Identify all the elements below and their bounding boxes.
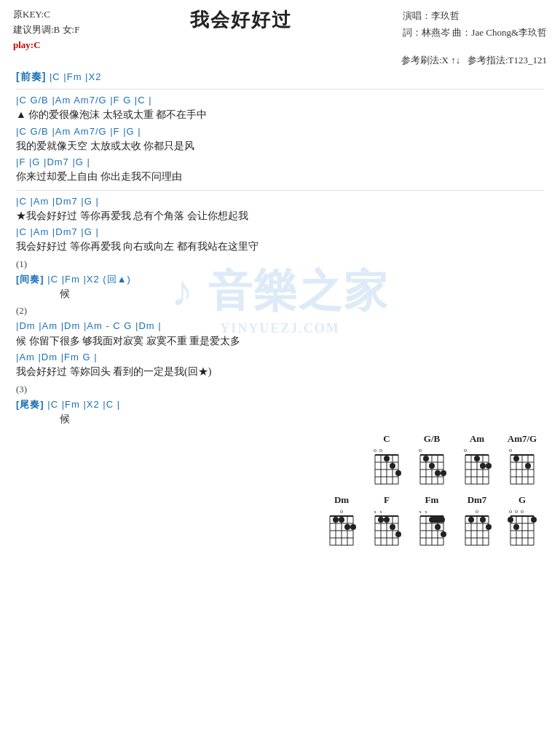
main-content: [前奏] |C |Fm |X2 |C G/B |Am Am7/G |F G |C… xyxy=(13,70,547,427)
outro-chord-text: |C |Fm |X2 |C | xyxy=(47,399,120,410)
svg-text:o: o xyxy=(340,508,343,515)
intro-label: [前奏] xyxy=(16,71,46,82)
svg-point-14 xyxy=(395,470,401,476)
verse2-line2-chords: |Am |Dm |Fm G | xyxy=(16,351,544,364)
svg-point-85 xyxy=(390,524,395,530)
header-center: 我会好好过 xyxy=(79,7,403,33)
chord-Am-grid: o xyxy=(460,446,494,488)
divider1 xyxy=(16,89,544,90)
svg-point-55 xyxy=(513,456,519,461)
ref-strum: 参考刷法:X ↑↓ xyxy=(401,55,460,66)
interlude-chords: [间奏] |C |Fm |X2 (回▲) xyxy=(16,273,544,286)
chord-diagrams: C o o xyxy=(13,433,547,555)
chord-Dm7: Dm7 o xyxy=(460,494,494,550)
svg-point-115 xyxy=(480,517,486,523)
svg-point-13 xyxy=(390,463,395,469)
chorus-line1-lyric: ★我会好好过 等你再爱我 总有个角落 会让你想起我 xyxy=(16,208,544,224)
svg-point-29 xyxy=(441,470,446,476)
intro-section: [前奏] |C |Fm |X2 xyxy=(16,70,544,84)
chord-F-name: F xyxy=(384,494,390,506)
header-left: 原KEY:C 建议男调:B 女:F play:C xyxy=(13,7,79,52)
interlude-chord-text: |C |Fm |X2 (回▲) xyxy=(47,274,131,285)
chord-Am7G-grid: o xyxy=(505,446,540,488)
verse1-line3: |F |G |Dm7 |G | 你来过却爱上自由 你出走我不问理由 xyxy=(16,156,544,186)
svg-point-132 xyxy=(508,517,513,523)
chord-GB-grid: o xyxy=(414,446,449,488)
verse1-line1-lyric: ▲ 你的爱很像泡沫 太轻或太重 都不在手中 xyxy=(16,107,544,123)
outro-lyric: 候 xyxy=(16,411,544,427)
verse2-line2: |Am |Dm |Fm G | 我会好好过 等妳回头 看到的一定是我(回★) xyxy=(16,351,544,381)
chord-Fm-grid: x x xyxy=(414,507,449,550)
svg-point-41 xyxy=(474,456,480,461)
chord-GB-name: G/B xyxy=(424,433,440,445)
chord-Am: Am o xyxy=(460,433,494,488)
singer-label: 演唱：李玖哲 xyxy=(403,7,547,24)
chord-Dm7-grid: o xyxy=(460,507,494,550)
svg-rect-100 xyxy=(429,517,445,523)
svg-point-102 xyxy=(441,531,446,537)
chord-F-grid: x x xyxy=(369,507,404,550)
verse2-line1: |Dm |Am |Dm |Am - C G |Dm | 候 你留下很多 够我面对… xyxy=(16,320,544,349)
svg-text:x: x xyxy=(379,509,382,515)
header: 原KEY:C 建议男调:B 女:F play:C 我会好好过 演唱：李玖哲 詞：… xyxy=(13,7,547,52)
svg-point-101 xyxy=(435,524,441,530)
svg-point-70 xyxy=(350,524,356,530)
verse2-line1-chords: |Dm |Am |Dm |Am - C G |Dm | xyxy=(16,320,544,333)
svg-point-86 xyxy=(395,531,401,537)
interlude-section: [间奏] |C |Fm |X2 (回▲) 候 xyxy=(16,273,544,303)
verse1-line2-chords: |C G/B |Am Am7/G |F |G | xyxy=(16,125,544,138)
chord-C-grid: o o xyxy=(369,446,404,488)
svg-text:o: o xyxy=(509,447,512,453)
svg-point-27 xyxy=(429,463,435,469)
chord-GB: G/B o xyxy=(414,433,449,488)
svg-text:o: o xyxy=(379,447,382,453)
svg-text:x: x xyxy=(425,509,427,515)
svg-point-28 xyxy=(435,470,441,476)
chord-G: G o o o xyxy=(505,494,540,550)
verse1-section: |C G/B |Am Am7/G |F G |C | ▲ 你的爱很像泡沫 太轻或… xyxy=(16,94,544,186)
svg-point-69 xyxy=(344,524,350,530)
chord-Am7G: Am7/G o xyxy=(505,433,540,488)
verse1-line2-lyric: 我的爱就像天空 太放或太收 你都只是风 xyxy=(16,138,544,154)
verse1-line1: |C G/B |Am Am7/G |F G |C | ▲ 你的爱很像泡沫 太轻或… xyxy=(16,94,544,124)
chord-row-2: Dm o xyxy=(324,494,540,550)
interlude-label: [间奏] xyxy=(16,274,44,285)
chord-C: C o o xyxy=(369,433,404,488)
chord-Dm-name: Dm xyxy=(334,494,349,506)
svg-point-43 xyxy=(486,463,492,469)
paren3: (3) xyxy=(16,384,544,395)
verse2-line2-lyric: 我会好好过 等妳回头 看到的一定是我(回★) xyxy=(16,364,544,380)
chord-row-1: C o o xyxy=(369,433,540,488)
svg-point-87 xyxy=(378,517,384,523)
verse2-section: |Dm |Am |Dm |Am - C G |Dm | 候 你留下很多 够我面对… xyxy=(16,320,544,380)
chord-G-grid: o o o xyxy=(505,507,540,550)
verse1-line3-lyric: 你来过却爱上自由 你出走我不问理由 xyxy=(16,169,544,185)
divider2 xyxy=(16,190,544,191)
verse1-line3-chords: |F |G |Dm7 |G | xyxy=(16,156,544,169)
svg-text:o: o xyxy=(509,508,512,515)
chorus-line1-chords: |C |Am |Dm7 |G | xyxy=(16,195,544,208)
chorus-line1: |C |Am |Dm7 |G | ★我会好好过 等你再爱我 总有个角落 会让你想… xyxy=(16,195,544,225)
svg-text:x: x xyxy=(374,509,376,515)
key-info: 原KEY:C xyxy=(13,7,79,23)
svg-text:o: o xyxy=(515,508,518,515)
verse1-line2: |C G/B |Am Am7/G |F |G | 我的爱就像天空 太放或太收 你… xyxy=(16,125,544,155)
svg-point-68 xyxy=(333,517,339,523)
chord-Dm7-name: Dm7 xyxy=(468,494,487,506)
svg-text:o: o xyxy=(419,447,422,453)
suggest-key: 建议男调:B 女:F xyxy=(13,23,79,38)
chord-G-name: G xyxy=(518,494,526,506)
svg-point-130 xyxy=(513,524,519,530)
page: 原KEY:C 建议男调:B 女:F play:C 我会好好过 演唱：李玖哲 詞：… xyxy=(0,0,560,741)
svg-point-42 xyxy=(480,463,486,469)
outro-label: [尾奏] xyxy=(16,399,44,410)
song-title: 我会好好过 xyxy=(79,7,403,33)
chord-C-name: C xyxy=(383,433,390,445)
header-right: 演唱：李玖哲 詞：林燕岑 曲：Jae Chong&李玖哲 xyxy=(403,7,547,41)
chord-Am-name: Am xyxy=(470,433,484,445)
svg-text:o: o xyxy=(521,508,524,515)
verse1-line1-chords: |C G/B |Am Am7/G |F G |C | xyxy=(16,94,544,107)
chorus-line2-lyric: 我会好好过 等你再爱我 向右或向左 都有我站在这里守 xyxy=(16,239,544,255)
svg-point-114 xyxy=(468,517,474,523)
chord-Dm: Dm o xyxy=(324,494,359,550)
